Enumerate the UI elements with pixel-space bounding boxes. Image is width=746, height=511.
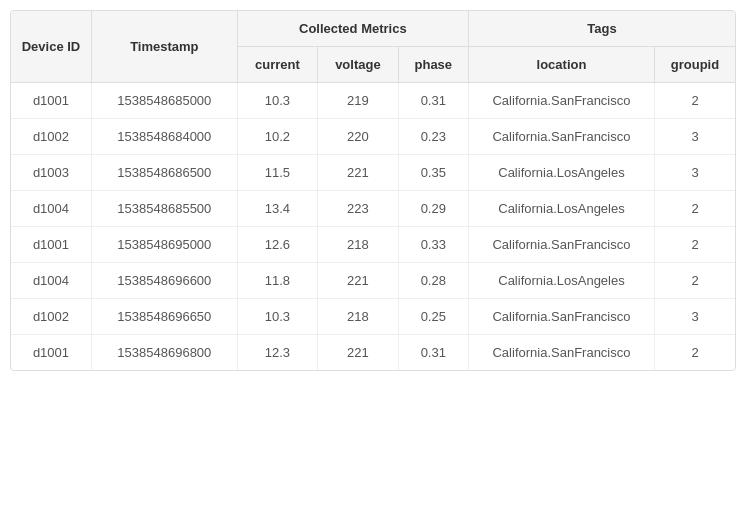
cell-location: California.SanFrancisco <box>468 227 654 263</box>
cell-device-id: d1004 <box>11 191 91 227</box>
cell-timestamp: 1538548685000 <box>91 83 237 119</box>
cell-phase: 0.25 <box>398 299 468 335</box>
cell-timestamp: 1538548684000 <box>91 119 237 155</box>
cell-groupid: 3 <box>655 299 736 335</box>
data-table: Device ID Timestamp Collected Metrics Ta… <box>10 10 736 371</box>
cell-groupid: 3 <box>655 155 736 191</box>
cell-location: California.SanFrancisco <box>468 119 654 155</box>
cell-timestamp: 1538548685500 <box>91 191 237 227</box>
cell-phase: 0.35 <box>398 155 468 191</box>
cell-voltage: 221 <box>318 263 398 299</box>
cell-timestamp: 1538548696800 <box>91 335 237 371</box>
cell-timestamp: 1538548696600 <box>91 263 237 299</box>
cell-current: 11.5 <box>237 155 317 191</box>
header-collected-metrics: Collected Metrics <box>237 11 468 47</box>
cell-device-id: d1001 <box>11 83 91 119</box>
cell-current: 10.3 <box>237 83 317 119</box>
cell-location: California.SanFrancisco <box>468 83 654 119</box>
cell-groupid: 2 <box>655 191 736 227</box>
cell-device-id: d1003 <box>11 155 91 191</box>
cell-voltage: 220 <box>318 119 398 155</box>
cell-current: 10.3 <box>237 299 317 335</box>
header-device-id: Device ID <box>11 11 91 83</box>
cell-current: 12.6 <box>237 227 317 263</box>
table-row: d1001153854869680012.32210.31California.… <box>11 335 735 371</box>
cell-location: California.LosAngeles <box>468 263 654 299</box>
cell-groupid: 3 <box>655 119 736 155</box>
cell-location: California.SanFrancisco <box>468 335 654 371</box>
cell-voltage: 223 <box>318 191 398 227</box>
cell-groupid: 2 <box>655 83 736 119</box>
cell-phase: 0.29 <box>398 191 468 227</box>
cell-groupid: 2 <box>655 335 736 371</box>
table-row: d1002153854869665010.32180.25California.… <box>11 299 735 335</box>
table-row: d1002153854868400010.22200.23California.… <box>11 119 735 155</box>
cell-location: California.LosAngeles <box>468 191 654 227</box>
header-timestamp: Timestamp <box>91 11 237 83</box>
table-row: d1001153854868500010.32190.31California.… <box>11 83 735 119</box>
cell-current: 13.4 <box>237 191 317 227</box>
cell-phase: 0.28 <box>398 263 468 299</box>
header-location: location <box>468 47 654 83</box>
cell-location: California.SanFrancisco <box>468 299 654 335</box>
cell-phase: 0.33 <box>398 227 468 263</box>
table-row: d1004153854868550013.42230.29California.… <box>11 191 735 227</box>
cell-current: 11.8 <box>237 263 317 299</box>
table-row: d1001153854869500012.62180.33California.… <box>11 227 735 263</box>
cell-device-id: d1001 <box>11 227 91 263</box>
table-row: d1003153854868650011.52210.35California.… <box>11 155 735 191</box>
cell-timestamp: 1538548686500 <box>91 155 237 191</box>
header-phase: phase <box>398 47 468 83</box>
cell-timestamp: 1538548695000 <box>91 227 237 263</box>
cell-voltage: 221 <box>318 335 398 371</box>
cell-voltage: 218 <box>318 299 398 335</box>
cell-device-id: d1002 <box>11 119 91 155</box>
header-groupid: groupid <box>655 47 736 83</box>
cell-voltage: 218 <box>318 227 398 263</box>
cell-device-id: d1001 <box>11 335 91 371</box>
cell-phase: 0.31 <box>398 83 468 119</box>
cell-device-id: d1002 <box>11 299 91 335</box>
cell-groupid: 2 <box>655 227 736 263</box>
header-voltage: voltage <box>318 47 398 83</box>
table-row: d1004153854869660011.82210.28California.… <box>11 263 735 299</box>
cell-phase: 0.31 <box>398 335 468 371</box>
cell-groupid: 2 <box>655 263 736 299</box>
header-tags: Tags <box>468 11 735 47</box>
header-current: current <box>237 47 317 83</box>
cell-timestamp: 1538548696650 <box>91 299 237 335</box>
cell-phase: 0.23 <box>398 119 468 155</box>
cell-current: 12.3 <box>237 335 317 371</box>
cell-device-id: d1004 <box>11 263 91 299</box>
cell-voltage: 221 <box>318 155 398 191</box>
cell-location: California.LosAngeles <box>468 155 654 191</box>
cell-current: 10.2 <box>237 119 317 155</box>
cell-voltage: 219 <box>318 83 398 119</box>
